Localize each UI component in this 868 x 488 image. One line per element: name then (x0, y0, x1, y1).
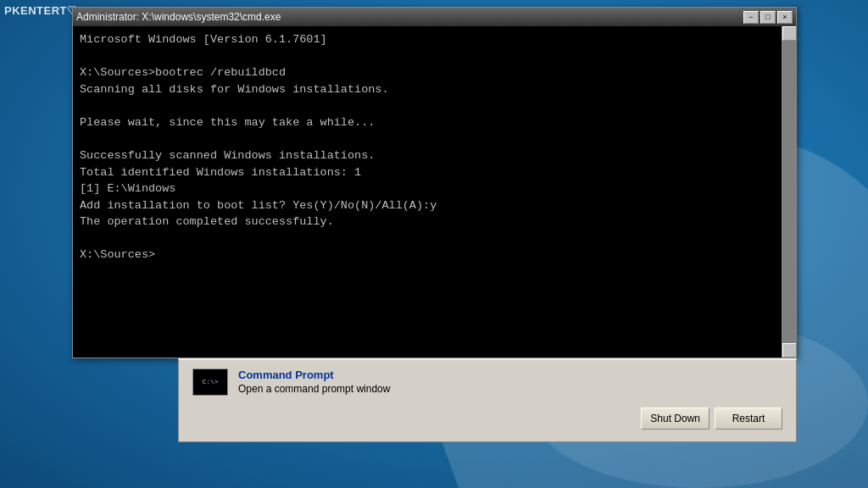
cmd-title: Administrator: X:\windows\system32\cmd.e… (76, 11, 281, 23)
command-prompt-link[interactable]: Command Prompt (238, 369, 782, 381)
scroll-down-button[interactable]: ▼ (782, 343, 797, 358)
restart-button[interactable]: Restart (715, 408, 782, 430)
scroll-up-button[interactable]: ▲ (782, 26, 797, 41)
cmd-line: Scanning all disks for Windows installat… (80, 81, 789, 98)
cmd-line: Please wait, since this may take a while… (80, 114, 789, 131)
cmd-line: Microsoft Windows [Version 6.1.7601] (80, 31, 789, 48)
close-button[interactable]: × (777, 11, 793, 24)
cmd-icon-text: C:\> (202, 378, 218, 386)
cmd-line (80, 97, 789, 114)
bottom-panel: C:\> Command Prompt Open a command promp… (178, 358, 797, 442)
cmd-line: Successfully scanned Windows installatio… (80, 147, 789, 164)
scrollbar-track[interactable] (782, 41, 796, 343)
cmd-output-area: Microsoft Windows [Version 6.1.7601] X:\… (73, 26, 796, 358)
cmd-line: The operation completed successfully. (80, 214, 789, 230)
shutdown-button[interactable]: Shut Down (641, 408, 709, 430)
cmd-line (80, 48, 789, 65)
cmd-line: X:\Sources>bootrec /rebuildbcd (80, 64, 789, 81)
cmd-lines: Microsoft Windows [Version 6.1.7601] X:\… (80, 31, 789, 263)
panel-content: C:\> Command Prompt Open a command promp… (192, 369, 782, 396)
panel-description: Open a command prompt window (238, 383, 782, 395)
window-controls: − □ × (743, 11, 793, 24)
cmd-window: Administrator: X:\windows\system32\cmd.e… (72, 7, 797, 358)
panel-text-area: Command Prompt Open a command prompt win… (238, 369, 782, 395)
panel-buttons: Shut Down Restart (192, 408, 782, 430)
cmd-line: Add installation to boot list? Yes(Y)/No… (80, 197, 789, 214)
cmd-line (80, 130, 789, 147)
cmd-icon: C:\> (192, 369, 228, 396)
cmd-line: [1] E:\Windows (80, 180, 789, 197)
scrollbar[interactable]: ▲ ▼ (782, 26, 796, 358)
cmd-titlebar: Administrator: X:\windows\system32\cmd.e… (73, 8, 796, 26)
maximize-button[interactable]: □ (760, 11, 776, 24)
cmd-line: Total identified Windows installations: … (80, 164, 789, 181)
minimize-button[interactable]: − (743, 11, 759, 24)
cmd-line: X:\Sources> (80, 247, 789, 263)
cmd-line (80, 230, 789, 247)
